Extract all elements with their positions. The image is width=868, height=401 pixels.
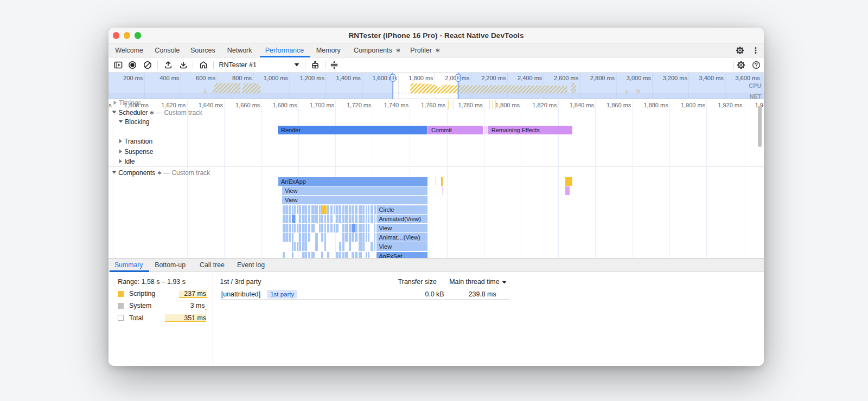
svg-text:400 ms: 400 ms [159, 75, 180, 81]
svg-text:2,600 ms: 2,600 ms [554, 75, 579, 81]
svg-text:2,800 ms: 2,800 ms [590, 75, 615, 81]
svg-text:1,400 ms: 1,400 ms [336, 75, 361, 81]
svg-text:200 ms: 200 ms [123, 75, 143, 81]
svg-text:2,400 ms: 2,400 ms [518, 75, 542, 81]
svg-text:3,600 ms: 3,600 ms [735, 75, 760, 81]
svg-text:800 ms: 800 ms [232, 75, 252, 81]
svg-text:3,000 ms: 3,000 ms [627, 75, 652, 81]
svg-text:1,200 ms: 1,200 ms [300, 75, 325, 81]
svg-text:3,400 ms: 3,400 ms [699, 75, 724, 81]
svg-text:CPU: CPU [749, 82, 761, 89]
svg-text:3,200 ms: 3,200 ms [663, 75, 688, 81]
svg-text:1,800 ms: 1,800 ms [409, 75, 433, 81]
svg-text:2,200 ms: 2,200 ms [481, 75, 506, 81]
svg-text:1,000 ms: 1,000 ms [264, 75, 289, 81]
svg-text:600 ms: 600 ms [196, 75, 216, 81]
svg-text:NET: NET [750, 93, 762, 100]
